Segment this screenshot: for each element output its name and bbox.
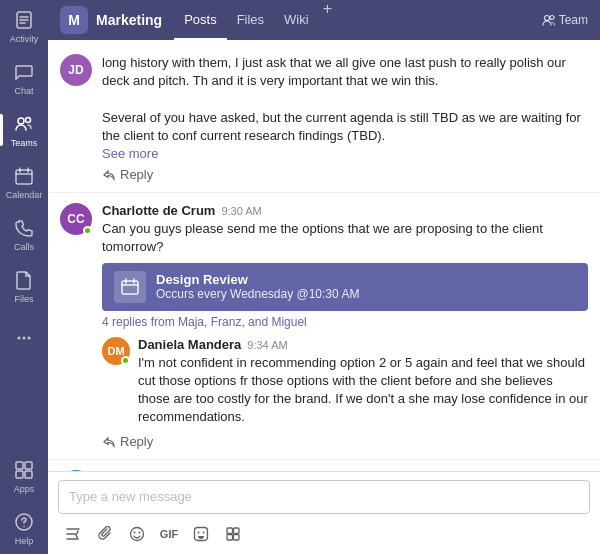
sidebar-item-calendar-label: Calendar: [6, 190, 43, 200]
teams-icon: [13, 113, 35, 135]
format-button[interactable]: [58, 520, 88, 548]
message-group-charlotte: CC Charlotte de Crum 9:30 AM Can you guy…: [48, 197, 600, 455]
chat-area[interactable]: JD long history with them, I just ask th…: [48, 40, 600, 471]
gif-button[interactable]: GIF: [154, 520, 184, 548]
calendar-icon: [13, 165, 35, 187]
message-group: JD long history with them, I just ask th…: [48, 48, 600, 188]
sidebar-item-files[interactable]: Files: [0, 260, 48, 312]
sidebar-item-activity-label: Activity: [10, 34, 39, 44]
tab-posts[interactable]: Posts: [174, 0, 227, 40]
svg-rect-22: [227, 528, 233, 534]
reply-label: Reply: [120, 167, 153, 182]
message-time: 9:30 AM: [221, 205, 261, 217]
team-label: Team: [559, 13, 588, 27]
message-author: Charlotte de Crum: [102, 203, 215, 218]
see-more-link[interactable]: See more: [102, 146, 158, 161]
sidebar-item-more[interactable]: [0, 312, 48, 364]
svg-point-21: [203, 532, 205, 534]
svg-point-6: [28, 337, 31, 340]
message-text-daniela: I'm not confident in recommending option…: [138, 354, 588, 427]
avatar-daniela: DM: [102, 337, 130, 365]
avatar: JD: [60, 54, 92, 86]
event-calendar-icon: [114, 271, 146, 303]
message-text-charlotte: Can you guys please send me the options …: [102, 220, 588, 256]
message-header: Charlotte de Crum 9:30 AM: [102, 203, 588, 218]
sidebar-item-chat[interactable]: Chat: [0, 52, 48, 104]
message-text: long history with them, I just ask that …: [102, 54, 588, 163]
online-indicator-daniela: [121, 356, 130, 365]
message-input[interactable]: Type a new message: [58, 480, 590, 514]
svg-point-17: [134, 532, 136, 534]
svg-point-5: [23, 337, 26, 340]
sidebar-item-chat-label: Chat: [14, 86, 33, 96]
activity-icon: [13, 9, 35, 31]
online-indicator: [83, 226, 92, 235]
attach-button[interactable]: [90, 520, 120, 548]
svg-rect-10: [25, 471, 32, 478]
svg-point-2: [26, 117, 31, 122]
svg-rect-23: [234, 528, 240, 534]
svg-point-18: [139, 532, 141, 534]
replies-summary-charlotte[interactable]: 4 replies from Maja, Franz, and Miguel: [102, 315, 588, 329]
main-panel: M Marketing Posts Files Wiki + Team: [48, 0, 600, 554]
emoji-button[interactable]: [122, 520, 152, 548]
team-button[interactable]: Team: [542, 13, 588, 27]
sidebar-item-apps-label: Apps: [14, 484, 35, 494]
sticker-button[interactable]: [186, 520, 216, 548]
divider-2: [48, 459, 600, 460]
reply-button-1[interactable]: Reply: [102, 167, 153, 182]
svg-point-20: [198, 532, 200, 534]
svg-rect-9: [16, 471, 23, 478]
sidebar-item-files-label: Files: [14, 294, 33, 304]
svg-point-14: [550, 16, 554, 20]
sidebar: Activity Chat Teams Calendar: [0, 0, 48, 554]
sidebar-item-calendar[interactable]: Calendar: [0, 156, 48, 208]
reply-button-charlotte[interactable]: Reply: [102, 434, 153, 449]
message-content-charlotte: Charlotte de Crum 9:30 AM Can you guys p…: [102, 203, 588, 449]
svg-rect-7: [16, 462, 23, 469]
message-time-daniela: 9:34 AM: [247, 339, 287, 351]
add-tab-button[interactable]: +: [319, 0, 336, 40]
svg-point-4: [18, 337, 21, 340]
message-author-daniela: Daniela Mandera: [138, 337, 241, 352]
input-area: Type a new message: [48, 471, 600, 554]
sidebar-item-teams-label: Teams: [11, 138, 38, 148]
sidebar-item-calls[interactable]: Calls: [0, 208, 48, 260]
sidebar-item-activity[interactable]: Activity: [0, 0, 48, 52]
help-icon: [13, 511, 35, 533]
input-placeholder: Type a new message: [69, 489, 192, 504]
event-card[interactable]: Design Review Occurs every Wednesday @10…: [102, 263, 588, 311]
input-toolbar: GIF: [48, 518, 600, 554]
sidebar-item-help[interactable]: Help: [0, 502, 48, 554]
topbar-right: Team: [542, 13, 588, 27]
more-icon: [13, 327, 35, 349]
tab-files[interactable]: Files: [227, 0, 274, 40]
avatar-charlotte: CC: [60, 203, 92, 235]
event-time: Occurs every Wednesday @10:30 AM: [156, 287, 359, 301]
calls-icon: [13, 217, 35, 239]
svg-rect-15: [122, 281, 138, 294]
sidebar-item-apps[interactable]: Apps: [0, 450, 48, 502]
apps-icon: [13, 459, 35, 481]
topbar: M Marketing Posts Files Wiki + Team: [48, 0, 600, 40]
sidebar-item-teams[interactable]: Teams: [0, 104, 48, 156]
svg-rect-25: [234, 535, 240, 541]
svg-rect-24: [227, 535, 233, 541]
svg-rect-3: [16, 170, 32, 184]
topbar-tabs: Posts Files Wiki +: [174, 0, 336, 40]
message-content-babak: Babak Shammas 10:00 AM Daniela, Daichi m…: [102, 470, 588, 471]
svg-point-13: [544, 16, 549, 21]
reply-label-charlotte: Reply: [120, 434, 153, 449]
sidebar-item-help-label: Help: [15, 536, 34, 546]
message-content: long history with them, I just ask that …: [102, 54, 588, 182]
chat-icon: [13, 61, 35, 83]
divider: [48, 192, 600, 193]
svg-rect-8: [25, 462, 32, 469]
files-icon: [13, 269, 35, 291]
sidebar-item-calls-label: Calls: [14, 242, 34, 252]
more-options-button[interactable]: [218, 520, 248, 548]
nested-reply-daniela: DM Daniela Mandera 9:34 AM I'm not confi…: [102, 333, 588, 431]
message-header-babak: Babak Shammas 10:00 AM: [102, 470, 588, 471]
tab-wiki[interactable]: Wiki: [274, 0, 319, 40]
svg-point-12: [23, 525, 25, 527]
